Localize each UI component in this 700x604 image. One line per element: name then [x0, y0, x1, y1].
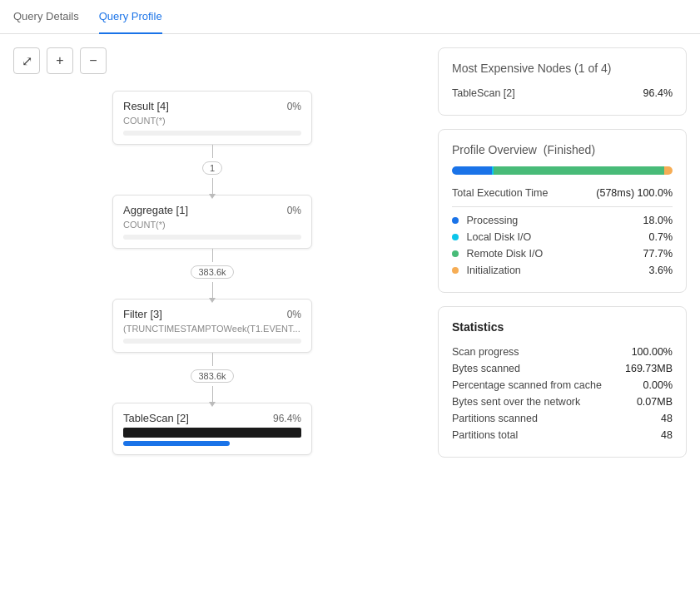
zoom-in-button[interactable]: +	[47, 47, 73, 74]
profile-item-1: Local Disk I/O 0.7%	[452, 229, 673, 245]
node-aggregate[interactable]: Aggregate [1] 0% COUNT(*)	[112, 195, 312, 249]
connector-3: 383.6k	[191, 353, 233, 403]
most-expensive-card: Most Expensive Nodes (1 of 4) TableScan …	[438, 47, 687, 116]
node-tablescan-pct: 96.4%	[273, 413, 301, 424]
tab-query-profile[interactable]: Query Profile	[99, 0, 162, 34]
profile-item-3-label: Initialization	[452, 265, 521, 276]
node-tablescan[interactable]: TableScan [2] 96.4%	[112, 403, 312, 455]
toolbar: ⤢ + −	[13, 47, 411, 74]
node-filter[interactable]: Filter [3] 0% (TRUNCTIMESTAMPTOWeek(T1.E…	[112, 299, 312, 353]
stat-row-4: Partitions scanned 48	[452, 410, 673, 427]
node-result-pct: 0%	[287, 101, 301, 112]
node-aggregate-subtitle: COUNT(*)	[123, 220, 301, 230]
stat-row-3: Bytes sent over the network 0.07MB	[452, 394, 673, 410]
stat-row-2-label: Percentage scanned from cache	[452, 379, 602, 391]
node-tablescan-bar-dark	[123, 428, 301, 438]
most-expensive-row-0-label: TableScan [2]	[452, 87, 515, 99]
node-filter-pct: 0%	[287, 309, 301, 320]
profile-divider	[452, 206, 673, 207]
stat-row-1-value: 169.73MB	[625, 363, 673, 374]
profile-item-1-label: Local Disk I/O	[452, 231, 531, 243]
stat-row-0-label: Scan progress	[452, 346, 519, 358]
node-result-bar	[123, 131, 301, 136]
left-panel: ⤢ + − Result [4] 0% COUNT(*) 1	[0, 34, 424, 597]
profile-item-1-value: 0.7%	[649, 231, 673, 243]
stat-row-4-label: Partitions scanned	[452, 413, 538, 424]
stat-row-3-value: 0.07MB	[637, 396, 673, 408]
remote-io-dot	[452, 250, 459, 257]
connector-1: 1	[202, 145, 222, 195]
node-filter-title: Filter [3]	[123, 308, 162, 320]
stat-row-5-label: Partitions total	[452, 429, 518, 441]
right-panel: Most Expensive Nodes (1 of 4) TableScan …	[424, 34, 700, 597]
statistics-title: Statistics	[452, 320, 673, 334]
stat-row-0: Scan progress 100.00%	[452, 344, 673, 360]
stat-row-1-label: Bytes scanned	[452, 363, 520, 374]
stat-row-5-value: 48	[661, 429, 673, 441]
profile-item-2-label: Remote Disk I/O	[452, 248, 543, 260]
profile-item-2-value: 77.7%	[643, 248, 673, 260]
node-result-title: Result [4]	[123, 100, 169, 112]
processing-dot	[452, 217, 459, 224]
connector-2: 383.6k	[191, 249, 233, 299]
node-tablescan-bar-blue	[123, 441, 230, 446]
stat-row-4-value: 48	[661, 413, 673, 424]
profile-item-0-label: Processing	[452, 215, 518, 226]
node-filter-bar	[123, 339, 301, 344]
node-aggregate-pct: 0%	[287, 205, 301, 216]
profile-item-3-value: 3.6%	[649, 265, 673, 276]
profile-item-3: Initialization 3.6%	[452, 262, 673, 279]
main-content: ⤢ + − Result [4] 0% COUNT(*) 1	[0, 34, 700, 597]
init-dot	[452, 267, 459, 274]
statistics-card: Statistics Scan progress 100.00% Bytes s…	[438, 306, 687, 458]
connector-3-badge: 383.6k	[191, 369, 233, 383]
stat-row-2: Percentage scanned from cache 0.00%	[452, 377, 673, 394]
profile-bar-remote-io	[494, 166, 665, 175]
stat-row-1: Bytes scanned 169.73MB	[452, 360, 673, 377]
stat-row-2-value: 0.00%	[643, 379, 673, 391]
node-result-subtitle: COUNT(*)	[123, 116, 301, 126]
profile-item-2: Remote Disk I/O 77.7%	[452, 245, 673, 262]
profile-total-row: Total Execution Time (578ms) 100.0%	[452, 185, 673, 201]
node-aggregate-bar	[123, 235, 301, 240]
zoom-out-button[interactable]: −	[80, 47, 107, 74]
flow-graph: Result [4] 0% COUNT(*) 1 Aggregate [1] 0…	[13, 87, 411, 455]
most-expensive-title: Most Expensive Nodes (1 of 4)	[452, 62, 673, 75]
local-io-dot	[452, 234, 459, 240]
stat-row-0-value: 100.00%	[632, 346, 673, 358]
stat-row-5: Partitions total 48	[452, 427, 673, 443]
node-aggregate-title: Aggregate [1]	[123, 204, 188, 216]
profile-bar-init	[664, 166, 673, 175]
tab-bar: Query Details Query Profile	[0, 0, 700, 34]
profile-overview-title: Profile Overview (Finished)	[452, 143, 673, 156]
fit-button[interactable]: ⤢	[13, 47, 40, 74]
profile-total-label: Total Execution Time	[452, 187, 548, 199]
most-expensive-row-0: TableScan [2] 96.4%	[452, 85, 673, 101]
tab-query-details[interactable]: Query Details	[13, 0, 79, 34]
profile-progress-bar	[452, 166, 673, 175]
node-result[interactable]: Result [4] 0% COUNT(*)	[112, 91, 312, 145]
stat-row-3-label: Bytes sent over the network	[452, 396, 580, 408]
most-expensive-row-0-value: 96.4%	[643, 87, 673, 99]
node-tablescan-title: TableScan [2]	[123, 412, 189, 424]
connector-1-badge: 1	[202, 161, 222, 175]
node-filter-subtitle: (TRUNCTIMESTAMPTOWeek(T1.EVENT...	[123, 324, 301, 334]
profile-overview-card: Profile Overview (Finished) Total Execut…	[438, 129, 687, 293]
profile-item-0: Processing 18.0%	[452, 212, 673, 229]
profile-item-0-value: 18.0%	[643, 215, 673, 226]
connector-2-badge: 383.6k	[191, 265, 233, 279]
profile-bar-processing	[452, 166, 492, 175]
profile-total-value: (578ms) 100.0%	[596, 187, 673, 199]
